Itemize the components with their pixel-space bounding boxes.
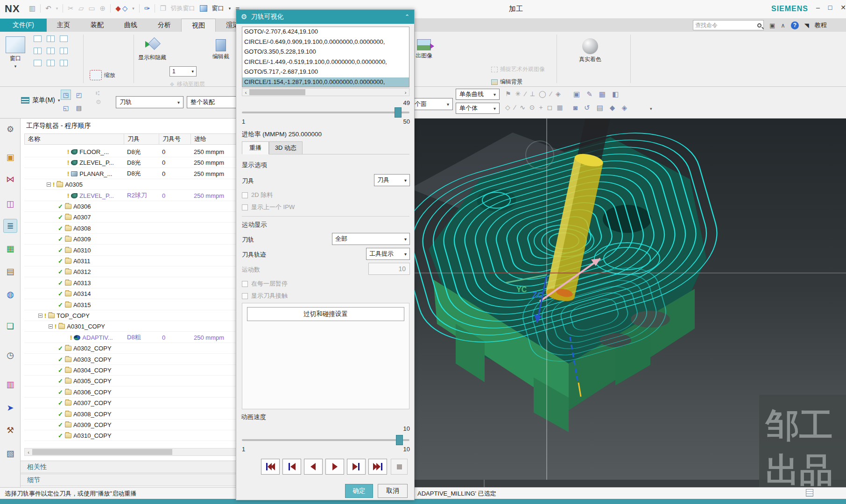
table-row[interactable]: !FLOOR_...D8光0250 mmpm — [24, 147, 242, 157]
table-row[interactable]: !ZLEVEL_P...D8光0250 mmpm — [24, 157, 242, 168]
toolpath-event[interactable]: GOTO/5.717,-2.687,19.100 — [242, 67, 409, 77]
scroll-right-icon[interactable]: › — [402, 90, 409, 95]
select-filter-icon-4[interactable]: ▤ — [74, 103, 84, 113]
settings-icon[interactable]: ⚙ — [3, 122, 17, 136]
toolpath-range-dropdown[interactable]: 全部▾ — [332, 233, 410, 245]
layout-3v-icon[interactable] — [47, 48, 55, 54]
type-filter-dropdown[interactable]: 刀轨▾ — [116, 96, 183, 108]
tool-track-dropdown[interactable]: 工具提示▾ — [366, 248, 410, 260]
skip-to-end-button[interactable] — [368, 459, 387, 475]
snap-point-row2-icon-1[interactable]: ∕ — [515, 104, 515, 111]
table-row[interactable]: ✓A0308_COPY — [24, 409, 242, 420]
document-icon[interactable]: ❏ — [3, 319, 17, 333]
snap-point-row1-icon-4[interactable]: ◯ — [539, 90, 546, 98]
table-row[interactable]: !PLANAR_...D8光0250 mmpm — [24, 168, 242, 179]
layer-select[interactable]: 1▾ — [169, 66, 197, 77]
scroll-left-icon[interactable]: ‹ — [25, 449, 32, 455]
dependencies-section[interactable]: 相关性 — [21, 461, 246, 473]
toolpath-event[interactable]: CIRCLE/1.154,-1.287,19.100,0.0000000,0.0… — [242, 77, 409, 88]
operation-navigator-icon[interactable]: ≣ — [3, 219, 17, 233]
snap-point-row2-icon-0[interactable]: ◇ — [505, 104, 510, 111]
tool-display-dropdown[interactable]: 刀具▾ — [374, 174, 410, 186]
snap-point-row2-icon-2[interactable]: ∿ — [520, 104, 525, 111]
checkbox-icon[interactable] — [242, 204, 248, 210]
machining-feature-navigator-icon[interactable]: ▦ — [3, 242, 17, 256]
copy-icon[interactable]: ▱ — [78, 4, 84, 13]
face-scope-dropdown[interactable]: 个面▾ — [411, 98, 453, 110]
toolbar-overflow-icon[interactable]: ▾ — [650, 106, 652, 111]
utility-icon[interactable]: ⚒ — [3, 423, 17, 437]
event-list-hscrollbar[interactable]: ‹ › — [242, 88, 409, 96]
checkbox-icon[interactable] — [242, 281, 248, 287]
stop-button[interactable] — [391, 459, 408, 475]
table-row[interactable]: ✓A0313 — [24, 278, 242, 288]
layout-6-icon[interactable] — [47, 60, 55, 66]
collapse-ribbon-icon[interactable]: ∧ — [781, 22, 785, 29]
toolpath-event[interactable]: GOTO/3.350,5.228,19.100 — [242, 47, 409, 57]
zoom-button[interactable]: 缩放 — [90, 70, 115, 80]
play-backward-button[interactable] — [304, 459, 323, 475]
tab-分析[interactable]: 分析 — [148, 19, 181, 32]
cancel-button[interactable]: 取消 — [378, 484, 408, 498]
show-hide-button[interactable]: 显示和隐藏 — [138, 39, 166, 62]
select-filter-icon-2[interactable]: ◰ — [74, 90, 84, 100]
step-back-button[interactable] — [282, 459, 301, 475]
table-row[interactable]: ✓A0309_COPY — [24, 420, 242, 430]
layout-9-icon[interactable] — [60, 60, 68, 66]
table-row[interactable]: ✓A0311 — [24, 256, 242, 266]
table-row[interactable]: ✓A0312 — [24, 266, 242, 277]
table-row[interactable]: ✓A0306_COPY — [24, 387, 242, 398]
view-tools-row2-icon-4[interactable]: ◈ — [621, 104, 627, 112]
expander-icon[interactable] — [49, 324, 53, 329]
checkbox-pause-each-level[interactable]: 在每一层暂停 — [242, 280, 288, 288]
table-row[interactable]: ✓A0315 — [24, 300, 242, 310]
view-tools-row1-icon-1[interactable]: ✎ — [586, 90, 592, 98]
layout-4-icon[interactable] — [60, 48, 68, 54]
checkbox-icon[interactable] — [242, 293, 248, 299]
table-row[interactable]: ✓A0310_COPY — [24, 430, 242, 441]
view-tools-row1-icon-2[interactable]: ▦ — [599, 90, 606, 98]
command-search[interactable]: 查找命令 — [693, 20, 764, 30]
table-row[interactable]: ✓A0305_COPY — [24, 376, 242, 386]
curve-rule-dropdown[interactable]: 单条曲线▾ — [456, 89, 500, 100]
body-rule-dropdown[interactable]: 单个体▾ — [456, 103, 500, 114]
table-row[interactable]: ✓A0308 — [24, 223, 242, 234]
gouge-collision-settings-button[interactable]: 过切和碰撞设置 — [247, 307, 404, 321]
edit-background-item[interactable]: 编辑背景 — [491, 78, 522, 86]
table-row[interactable]: ✓A0310 — [24, 245, 242, 256]
checkbox-icon[interactable] — [242, 192, 248, 198]
details-section[interactable]: 细节 — [21, 474, 246, 486]
layout-hsplit-icon[interactable] — [60, 35, 68, 42]
color-tool-icon[interactable]: ▥ — [3, 378, 17, 392]
select-filter-icon-3[interactable]: ◱ — [61, 103, 71, 113]
save-icon[interactable]: ▥ — [29, 4, 35, 13]
edit-section-button[interactable]: 编辑截 — [212, 39, 229, 61]
maximize-button[interactable]: □ — [828, 4, 832, 11]
anim-slider-thumb[interactable] — [396, 435, 403, 445]
ribbon-options-icon[interactable]: ▣ — [769, 22, 775, 29]
step-forward-button[interactable] — [347, 459, 366, 475]
tab-replay[interactable]: 重播 — [242, 141, 269, 154]
navigator-hscrollbar[interactable]: ‹ › — [24, 448, 242, 456]
undo-dropdown-icon[interactable]: ▾ — [56, 6, 58, 11]
tab-3d-dynamic[interactable]: 3D 动态 — [269, 141, 303, 154]
toolpath-event[interactable]: CIRCLE/-0.649,0.909,19.100,0.0000000,0.0… — [242, 37, 409, 48]
help-icon[interactable]: ? — [791, 21, 799, 29]
export-image-button[interactable]: 出图像 — [416, 39, 432, 60]
layout-quad-icon[interactable] — [34, 48, 42, 54]
view-tools-row2-icon-2[interactable]: ▤ — [597, 104, 603, 112]
checkbox-show-ipw[interactable]: 显示上一个 IPW — [242, 203, 295, 211]
anim-slider-track[interactable] — [242, 439, 409, 441]
measure-icon[interactable]: ➤ — [3, 401, 17, 415]
view-style-icon[interactable]: ◆ — [115, 4, 121, 13]
layout-single-icon[interactable] — [34, 35, 42, 42]
checkbox-show-tool-contact[interactable]: 显示刀具接触 — [242, 292, 288, 300]
window-dropdown-icon[interactable]: ▾ — [229, 6, 231, 11]
snap-point-row2-icon-3[interactable]: ⊙ — [529, 104, 535, 111]
expander-icon[interactable] — [47, 182, 51, 187]
view-tools-row2-icon-3[interactable]: ◆ — [610, 104, 615, 112]
capture-art-image-item[interactable]: 捕捉艺术外观图像 — [491, 65, 545, 73]
tab-装配[interactable]: 装配 — [80, 19, 114, 32]
snap-point-row1-icon-0[interactable]: ⚑ — [505, 90, 511, 98]
tab-file[interactable]: 文件(F) — [0, 19, 47, 32]
